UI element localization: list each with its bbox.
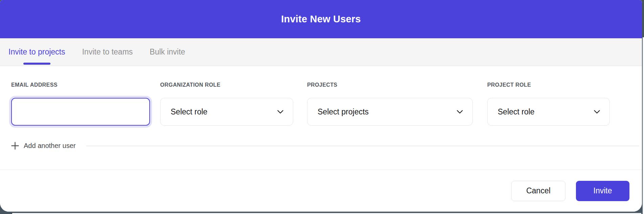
chevron-down-icon xyxy=(277,110,283,114)
organization-role-field-group: ORGANIZATION ROLE Select role xyxy=(160,82,293,126)
email-field-group: EMAIL ADDRESS xyxy=(11,82,150,126)
projects-field-group: PROJECTS Select projects xyxy=(307,82,473,126)
invite-button[interactable]: Invite xyxy=(576,181,629,201)
invite-new-users-modal: Invite New Users Invite to projects Invi… xyxy=(0,0,642,212)
cancel-button[interactable]: Cancel xyxy=(511,181,565,201)
divider-line xyxy=(86,146,639,146)
chevron-down-icon xyxy=(457,110,463,114)
projects-label: PROJECTS xyxy=(307,82,473,89)
tab-label: Bulk invite xyxy=(150,47,185,57)
tab-invite-to-projects[interactable]: Invite to projects xyxy=(8,38,65,66)
project-role-field-group: PROJECT ROLE Select role xyxy=(487,82,610,126)
projects-value: Select projects xyxy=(318,107,369,116)
organization-role-select[interactable]: Select role xyxy=(160,98,293,126)
tab-invite-to-teams[interactable]: Invite to teams xyxy=(82,38,133,66)
modal-footer: Cancel Invite xyxy=(0,170,642,212)
project-role-value: Select role xyxy=(498,107,535,116)
add-another-user-button[interactable]: Add another user xyxy=(24,142,76,150)
modal-header: Invite New Users xyxy=(0,0,642,38)
organization-role-value: Select role xyxy=(171,107,208,116)
email-address-label: EMAIL ADDRESS xyxy=(11,82,150,89)
plus-icon[interactable] xyxy=(11,142,19,150)
page-background: Invite New Users Invite to projects Invi… xyxy=(0,0,644,214)
project-role-select[interactable]: Select role xyxy=(487,98,610,126)
projects-select[interactable]: Select projects xyxy=(307,98,473,126)
active-tab-underline xyxy=(23,63,50,65)
tab-label: Invite to projects xyxy=(8,47,65,57)
project-role-label: PROJECT ROLE xyxy=(487,82,610,89)
tab-label: Invite to teams xyxy=(82,47,133,57)
organization-role-label: ORGANIZATION ROLE xyxy=(160,82,293,89)
tab-bar: Invite to projects Invite to teams Bulk … xyxy=(0,38,642,66)
chevron-down-icon xyxy=(594,110,600,114)
page-edge-strip-right xyxy=(643,37,644,214)
modal-title: Invite New Users xyxy=(281,14,361,25)
email-input[interactable] xyxy=(11,98,150,126)
tab-bulk-invite[interactable]: Bulk invite xyxy=(150,38,185,66)
invite-form: EMAIL ADDRESS ORGANIZATION ROLE Select r… xyxy=(0,66,642,170)
add-another-user-row: Add another user xyxy=(11,142,639,150)
